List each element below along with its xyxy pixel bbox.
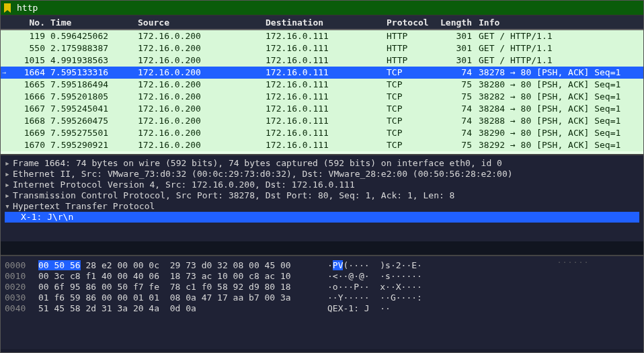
hex-ascii: ·o···P·· x··X···· (321, 282, 422, 292)
packet-row[interactable]: 16657.595186494172.16.0.200172.16.0.111T… (1, 79, 643, 91)
tree-expander-icon[interactable]: ▸ (5, 190, 13, 201)
hex-ascii: ··Y····· ··G····: (321, 292, 422, 303)
hex-bytes: 01 f6 59 86 00 00 01 01 08 0a 47 17 aa b… (38, 292, 321, 303)
hex-bytes: 51 45 58 2d 31 3a 20 4a 0d 0a (38, 303, 321, 314)
hex-bytes: 00 3c c8 f1 40 00 40 06 18 73 ac 10 00 c… (38, 271, 321, 282)
bytes-tab-indicator: ······ (557, 259, 590, 266)
hex-row[interactable]: 002000 6f 95 86 00 50 f7 fe 78 c1 f0 58 … (5, 282, 639, 292)
packet-bytes-pane[interactable]: ······ 000000 50 56 28 e2 00 00 0c 29 73… (1, 255, 643, 349)
packet-row[interactable]: 10154.991938563172.16.0.200172.16.0.111H… (1, 54, 643, 67)
packet-row[interactable]: 16687.595260475172.16.0.200172.16.0.111T… (1, 115, 643, 127)
tree-item[interactable]: ▸Ethernet II, Src: VMware_73:d0:32 (00:0… (5, 169, 639, 180)
packet-list[interactable]: 1190.596425062172.16.0.200172.16.0.111HT… (1, 30, 643, 154)
tree-item-text: Internet Protocol Version 4, Src: 172.16… (13, 180, 355, 190)
tree-item-text: X-1: J\r\n (21, 212, 73, 222)
hex-ascii: QEX-1: J ·· (321, 303, 391, 314)
bookmark-icon[interactable] (1, 3, 14, 13)
hex-bytes: 00 6f 95 86 00 50 f7 fe 78 c1 f0 58 92 d… (38, 282, 321, 292)
packet-list-header: No. Time Source Destination Protocol Len… (1, 15, 643, 30)
packet-details-pane[interactable]: ▸Frame 1664: 74 bytes on wire (592 bits)… (1, 154, 643, 241)
packet-row[interactable]: 16697.595275501172.16.0.200172.16.0.111T… (1, 127, 643, 139)
packet-row[interactable]: →16647.595133316172.16.0.200172.16.0.111… (1, 67, 643, 79)
tree-item[interactable]: ▸Internet Protocol Version 4, Src: 172.1… (5, 180, 639, 190)
display-filter-bar (1, 1, 643, 15)
hex-offset: 0000 (5, 260, 38, 271)
tree-item-text: Frame 1664: 74 bytes on wire (592 bits),… (13, 158, 502, 168)
tree-item-http-header[interactable]: X-1: J\r\n (5, 212, 639, 223)
display-filter-input[interactable] (14, 1, 643, 14)
tree-expander-icon[interactable]: ▸ (5, 158, 13, 169)
hex-ascii: ·<··@·@· ·s······ (321, 271, 422, 282)
hex-ascii: ·PV(···· )s·2··E· (321, 260, 422, 271)
column-header-protocol[interactable]: Protocol (384, 17, 438, 28)
tree-expander-icon[interactable]: ▸ (5, 169, 13, 180)
packet-row[interactable]: 5502.175988387172.16.0.200172.16.0.111HT… (1, 42, 643, 54)
tree-expander-icon[interactable]: ▸ (5, 180, 13, 190)
hex-offset: 0040 (5, 303, 38, 314)
packet-row[interactable]: 16707.595290921172.16.0.200172.16.0.111T… (1, 139, 643, 151)
hex-offset: 0030 (5, 292, 38, 303)
column-header-info[interactable]: Info (475, 17, 643, 28)
hex-row[interactable]: 000000 50 56 28 e2 00 00 0c 29 73 d0 32 … (5, 260, 639, 271)
column-header-source[interactable]: Source (135, 17, 263, 28)
tree-item-text: Transmission Control Protocol, Src Port:… (13, 190, 454, 200)
hex-row[interactable]: 001000 3c c8 f1 40 00 40 06 18 73 ac 10 … (5, 271, 639, 282)
tree-item-text: Hypertext Transfer Protocol (13, 201, 155, 211)
packet-row[interactable]: 16677.595245041172.16.0.200172.16.0.111T… (1, 103, 643, 115)
column-header-destination[interactable]: Destination (263, 17, 384, 28)
packet-row[interactable]: 16667.595201805172.16.0.200172.16.0.111T… (1, 91, 643, 103)
tree-expander-icon[interactable]: ▾ (5, 201, 13, 212)
hex-row[interactable]: 004051 45 58 2d 31 3a 20 4a 0d 0aQEX-1: … (5, 303, 639, 314)
hex-offset: 0020 (5, 282, 38, 292)
tree-item-text: Ethernet II, Src: VMware_73:d0:32 (00:0c… (13, 169, 513, 179)
hex-bytes: 00 50 56 28 e2 00 00 0c 29 73 d0 32 08 0… (38, 260, 321, 271)
column-header-time[interactable]: Time (48, 17, 135, 28)
tree-item[interactable]: ▾Hypertext Transfer Protocol (5, 201, 639, 212)
column-header-no[interactable]: No. (1, 17, 48, 28)
column-header-length[interactable]: Length (438, 17, 475, 28)
hex-offset: 0010 (5, 271, 38, 282)
hex-row[interactable]: 003001 f6 59 86 00 00 01 01 08 0a 47 17 … (5, 292, 639, 303)
pane-separator[interactable] (1, 241, 643, 255)
packet-row[interactable]: 1190.596425062172.16.0.200172.16.0.111HT… (1, 30, 643, 42)
tree-item[interactable]: ▸Frame 1664: 74 bytes on wire (592 bits)… (5, 158, 639, 169)
tree-item[interactable]: ▸Transmission Control Protocol, Src Port… (5, 190, 639, 201)
